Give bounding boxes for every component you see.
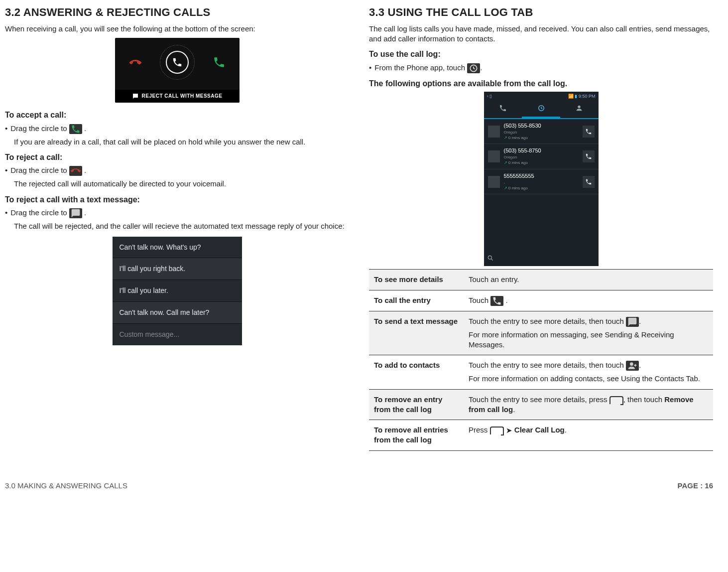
table-row: To send a text message Touch the entry t… xyxy=(369,311,713,355)
answer-ring-icon xyxy=(166,51,189,74)
sms-option[interactable]: I'll call you right back. xyxy=(113,258,242,280)
opt-label: To remove all entries from the call log xyxy=(369,420,464,451)
sms-quick-replies: Can't talk now. What's up? I'll call you… xyxy=(113,237,242,345)
opt-label: To add to contacts xyxy=(369,355,464,389)
clock-icon xyxy=(467,63,480,73)
table-row: To call the entry Touch . xyxy=(369,290,713,311)
call-log-entry[interactable]: 5555555555 - ↗ 0 mins ago xyxy=(484,169,599,194)
avatar-icon xyxy=(488,126,500,138)
phone-tabs xyxy=(484,101,599,120)
reject-phone-icon xyxy=(129,56,142,69)
options-heading: The following options are available from… xyxy=(369,78,713,89)
reject-heading: To reject a call: xyxy=(5,152,349,163)
intro-3-3: The call log lists calls you have made, … xyxy=(369,24,713,44)
sms-option[interactable]: Can't talk now. What's up? xyxy=(113,237,242,259)
add-contact-icon xyxy=(626,361,639,371)
avatar-icon xyxy=(488,150,500,162)
menu-key-icon xyxy=(490,427,504,434)
opt-value: Touch the entry to see more details, the… xyxy=(464,355,713,389)
opt-value: Touch an entry. xyxy=(464,270,713,290)
opt-label: To remove an entry from the call log xyxy=(369,389,464,420)
call-log-options-table: To see more details Touch an entry. To c… xyxy=(369,269,713,450)
heading-3-3: 3.3 USING THE CALL LOG TAB xyxy=(369,5,713,20)
sms-icon xyxy=(132,93,139,99)
incoming-call-screenshot: REJECT CALL WITH MESSAGE xyxy=(115,38,240,103)
opt-label: To call the entry xyxy=(369,290,464,311)
sms-reply-icon xyxy=(69,208,82,218)
table-row: To see more details Touch an entry. xyxy=(369,270,713,290)
opt-label: To send a text message xyxy=(369,311,464,355)
opt-value: Touch the entry to see more details, the… xyxy=(464,311,713,355)
call-log-screenshot: ▫ ▯ 📶 ▮ 9:50 PM (503) 555-8530 Oregon ↗ … xyxy=(484,92,599,266)
heading-3-2: 3.2 ANSWERING & REJECTING CALLS xyxy=(5,5,349,20)
page-footer: 3.0 MAKING & ANSWERING CALLS PAGE : 16 xyxy=(5,481,713,491)
status-left-icons: ▫ ▯ xyxy=(487,93,492,99)
status-time: 9:50 PM xyxy=(579,94,596,99)
reject-text-note: The call will be rejected, and the calle… xyxy=(14,221,349,231)
use-log-heading: To use the call log: xyxy=(369,49,713,60)
call-log-entry[interactable]: (503) 555-8530 Oregon ↗ 0 mins ago xyxy=(484,119,599,144)
opt-value: Press ➤ Clear Call Log. xyxy=(464,420,713,451)
intro-3-2: When receiving a call, you will see the … xyxy=(5,24,349,34)
tab-contacts[interactable] xyxy=(560,101,599,119)
footer-page: PAGE : 16 xyxy=(678,481,713,491)
tab-dialer[interactable] xyxy=(484,101,522,119)
red-phone-icon xyxy=(69,166,82,176)
sms-option[interactable]: I'll call you later. xyxy=(113,280,242,302)
sms-option-custom[interactable]: Custom message... xyxy=(113,324,242,345)
accept-note: If you are already in a call, that call … xyxy=(14,137,349,147)
call-log-entry[interactable]: (503) 555-8750 Oregon ↗ 0 mins ago xyxy=(484,144,599,169)
footer-section: 3.0 MAKING & ANSWERING CALLS xyxy=(5,481,127,491)
search-icon[interactable] xyxy=(484,252,599,267)
avatar-icon xyxy=(488,176,500,188)
message-icon xyxy=(626,317,639,327)
table-row: To add to contacts Touch the entry to se… xyxy=(369,355,713,389)
table-row: To remove an entry from the call log Tou… xyxy=(369,389,713,420)
opt-value: Touch the entry to see more details, pre… xyxy=(464,389,713,420)
reject-bullet: Drag the circle to . xyxy=(5,165,349,176)
table-row: To remove all entries from the call log … xyxy=(369,420,713,451)
use-log-bullet: From the Phone app, touch . xyxy=(369,63,713,73)
svg-point-4 xyxy=(630,363,633,366)
opt-label: To see more details xyxy=(369,270,464,290)
accept-phone-icon xyxy=(213,56,226,69)
svg-point-3 xyxy=(488,256,491,259)
call-back-button[interactable] xyxy=(583,150,595,162)
accept-bullet: Drag the circle to . xyxy=(5,124,349,134)
tab-call-log[interactable] xyxy=(522,101,560,119)
reject-note: The rejected call will automatically be … xyxy=(14,179,349,189)
arrow-icon: ➤ xyxy=(506,426,512,435)
reject-text-bullet: Drag the circle to . xyxy=(5,208,349,218)
call-back-button[interactable] xyxy=(583,126,595,138)
green-phone-icon xyxy=(69,124,82,134)
reject-text-heading: To reject a call with a text message: xyxy=(5,194,349,205)
menu-key-icon xyxy=(609,396,623,404)
accept-heading: To accept a call: xyxy=(5,110,349,121)
reject-bar-text: REJECT CALL WITH MESSAGE xyxy=(142,93,223,100)
section-3-2: 3.2 ANSWERING & REJECTING CALLS When rec… xyxy=(5,5,349,451)
sms-option[interactable]: Can't talk now. Call me later? xyxy=(113,302,242,324)
phone-icon xyxy=(490,296,503,306)
section-3-3: 3.3 USING THE CALL LOG TAB The call log … xyxy=(369,5,713,451)
svg-point-2 xyxy=(578,105,581,108)
opt-value: Touch . xyxy=(464,290,713,311)
call-back-button[interactable] xyxy=(583,176,595,188)
